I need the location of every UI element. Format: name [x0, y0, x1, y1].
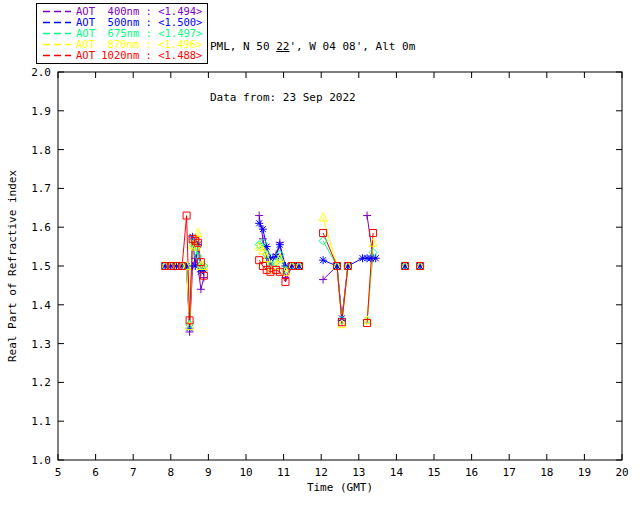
station-title-prefix: PML, N 50	[210, 40, 276, 53]
svg-text:6: 6	[92, 466, 99, 479]
station-title-lat-min: 22	[276, 40, 289, 53]
svg-text:11: 11	[277, 466, 290, 479]
legend-line-sample	[42, 18, 72, 27]
svg-text:15: 15	[427, 466, 440, 479]
svg-text:1.0: 1.0	[31, 454, 51, 467]
legend-line-sample	[42, 7, 72, 16]
svg-text:17: 17	[503, 466, 516, 479]
svg-text:19: 19	[578, 466, 591, 479]
svg-text:5: 5	[55, 466, 62, 479]
svg-text:1.5: 1.5	[31, 260, 51, 273]
svg-text:18: 18	[540, 466, 553, 479]
chart-canvas: 5678910111213141516171819201.01.11.21.31…	[0, 0, 640, 512]
svg-text:1.4: 1.4	[31, 299, 51, 312]
svg-text:1.8: 1.8	[31, 144, 51, 157]
svg-text:9: 9	[205, 466, 212, 479]
svg-text:2.0: 2.0	[31, 66, 51, 79]
date-subtitle: Data from: 23 Sep 2022	[210, 89, 415, 106]
legend-label: AOT 1020nm : <1.488>	[76, 50, 202, 61]
svg-text:1.1: 1.1	[31, 415, 51, 428]
svg-text:1.7: 1.7	[31, 182, 51, 195]
svg-text:8: 8	[167, 466, 174, 479]
svg-text:16: 16	[465, 466, 478, 479]
legend: AOT 400nm : <1.494> AOT 500nm : <1.500> …	[36, 3, 208, 64]
svg-text:13: 13	[352, 466, 365, 479]
legend-line-sample	[42, 29, 72, 38]
svg-text:7: 7	[130, 466, 137, 479]
svg-text:12: 12	[315, 466, 328, 479]
legend-line-sample	[42, 40, 72, 49]
svg-text:20: 20	[615, 466, 628, 479]
svg-text:Real Part of Refractive index: Real Part of Refractive index	[6, 170, 19, 362]
svg-text:1.3: 1.3	[31, 338, 51, 351]
station-title: PML, N 50 22', W 04 08', Alt 0m	[210, 38, 415, 55]
svg-text:1.6: 1.6	[31, 221, 51, 234]
legend-item-1020nm: AOT 1020nm : <1.488>	[42, 50, 202, 61]
chart-header: PML, N 50 22', W 04 08', Alt 0m Data fro…	[210, 4, 415, 140]
station-title-suffix: ', W 04 08', Alt 0m	[289, 40, 415, 53]
svg-text:1.9: 1.9	[31, 105, 51, 118]
svg-text:10: 10	[239, 466, 252, 479]
legend-line-sample	[42, 51, 72, 60]
svg-text:1.2: 1.2	[31, 376, 51, 389]
svg-text:Time (GMT): Time (GMT)	[307, 481, 373, 494]
svg-text:14: 14	[390, 466, 404, 479]
